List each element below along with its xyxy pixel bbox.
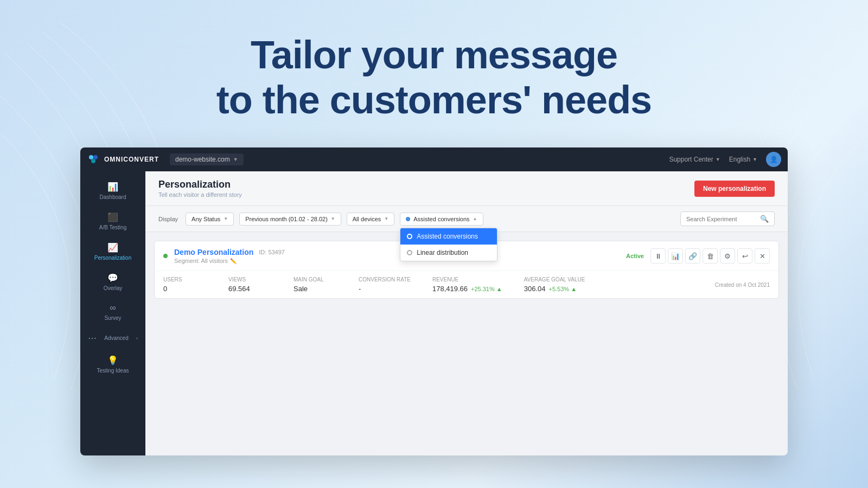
- stat-main-goal: Main Goal Sale: [293, 277, 337, 293]
- content-body: Demo Personalization ID: 53497 Segment: …: [145, 232, 788, 455]
- svg-point-0: [89, 155, 93, 159]
- date-filter[interactable]: Previous month (01.02 - 28.02) ▼: [239, 213, 341, 226]
- lang-chevron-icon: ▼: [752, 157, 757, 162]
- experiment-id: ID: 53497: [259, 249, 285, 255]
- linear-dot-icon: [407, 250, 412, 255]
- logo: OMNICONVERT: [87, 153, 159, 166]
- stat-revenue: Revenue 178,419.66 +25.31% ▲: [432, 277, 502, 293]
- conversion-filter[interactable]: Assisted conversions ▲: [400, 213, 483, 226]
- sidebar-item-testing-ideas[interactable]: 💡 Testing Ideas: [84, 350, 142, 379]
- status-dot-icon: [163, 254, 168, 258]
- sidebar-item-survey[interactable]: ∞ Survey: [84, 298, 142, 326]
- survey-icon: ∞: [110, 303, 116, 313]
- chart-button[interactable]: 📊: [668, 248, 683, 264]
- delete-button[interactable]: ✕: [755, 248, 770, 264]
- sidebar-item-dashboard[interactable]: 📊 Dashboard: [84, 176, 142, 206]
- advanced-chevron-icon: ›: [136, 336, 138, 341]
- search-experiment[interactable]: 🔍: [680, 211, 775, 226]
- page-subtitle: Tell each visitor a different story: [158, 191, 242, 198]
- stat-conversion-rate: Conversion Rate -: [359, 277, 411, 293]
- revenue-arrow-icon: ▲: [496, 286, 502, 292]
- edit-segment-icon[interactable]: ✏️: [230, 258, 237, 264]
- conversion-chevron-icon: ▲: [473, 216, 477, 221]
- top-navigation: OMNICONVERT demo-website.com ▼ Support C…: [80, 147, 788, 171]
- language-selector[interactable]: English ▼: [729, 156, 757, 163]
- site-selector[interactable]: demo-website.com ▼: [170, 153, 244, 165]
- page-title: Personalization: [158, 179, 242, 190]
- avg-goal-arrow-icon: ▲: [571, 286, 577, 292]
- sidebar-item-advanced[interactable]: ⋯ Advanced ›: [84, 328, 142, 349]
- user-initial: 👤: [770, 156, 778, 163]
- app-window: OMNICONVERT demo-website.com ▼ Support C…: [80, 147, 788, 455]
- status-chevron-icon: ▼: [224, 216, 228, 221]
- svg-point-1: [93, 155, 98, 159]
- pause-button[interactable]: ⏸: [650, 248, 666, 264]
- main-layout: 📊 Dashboard ⬛ A/B Testing 📈 Personalizat…: [80, 171, 788, 455]
- ab-testing-icon: ⬛: [107, 212, 118, 222]
- conversion-dropdown-menu: Assisted conversions Linear distribution: [400, 228, 497, 261]
- sidebar-item-personalization[interactable]: 📈 Personalization: [84, 237, 142, 266]
- search-icon: 🔍: [760, 215, 769, 223]
- dropdown-item-assisted[interactable]: Assisted conversions: [400, 228, 497, 245]
- created-date: Created on 4 Oct 2021: [715, 282, 770, 288]
- dashboard-icon: 📊: [107, 182, 118, 192]
- personalization-icon: 📈: [107, 242, 118, 253]
- avg-goal-delta: +5.53% ▲: [548, 286, 577, 292]
- stat-views: Views 69.564: [228, 277, 272, 293]
- experiment-name-block: Demo Personalization ID: 53497 Segment: …: [174, 248, 620, 264]
- conversion-dot-icon: [406, 217, 410, 221]
- content-area: Personalization Tell each visitor a diff…: [145, 171, 788, 455]
- trash-button[interactable]: 🗑: [703, 248, 718, 264]
- device-filter[interactable]: All devices ▼: [347, 213, 395, 226]
- stats-row: Users 0 Views 69.564 Main Goal Sale Co: [155, 271, 778, 298]
- refresh-button[interactable]: ↩: [737, 248, 752, 264]
- site-chevron-icon: ▼: [233, 157, 238, 162]
- assisted-dot-icon: [407, 234, 412, 239]
- logo-icon: [87, 153, 100, 166]
- hero-title: Tailor your message to the customers' ne…: [0, 33, 868, 123]
- support-chevron-icon: ▼: [716, 157, 720, 162]
- filters-bar: Display Any Status ▼ Previous month (01.…: [145, 206, 788, 232]
- overlay-icon: 💬: [107, 273, 118, 283]
- display-label: Display: [158, 216, 178, 222]
- search-input[interactable]: [686, 216, 757, 222]
- conversion-filter-wrapper: Assisted conversions ▲ Assisted conversi…: [400, 213, 483, 226]
- page-title-block: Personalization Tell each visitor a diff…: [158, 179, 242, 198]
- date-chevron-icon: ▼: [331, 216, 335, 221]
- status-badge: Active: [626, 253, 644, 259]
- hero-section: Tailor your message to the customers' ne…: [0, 33, 868, 123]
- device-chevron-icon: ▼: [384, 216, 388, 221]
- stat-users: Users 0: [163, 277, 207, 293]
- testing-ideas-icon: 💡: [107, 355, 118, 365]
- revenue-delta: +25.31% ▲: [471, 286, 502, 292]
- dropdown-item-linear[interactable]: Linear distribution: [400, 245, 497, 261]
- topnav-right: Support Center ▼ English ▼ 👤: [669, 152, 781, 167]
- user-avatar[interactable]: 👤: [766, 152, 781, 167]
- page-header: Personalization Tell each visitor a diff…: [145, 171, 788, 206]
- settings-button[interactable]: ⚙: [720, 248, 735, 264]
- sidebar-item-ab-testing[interactable]: ⬛ A/B Testing: [84, 207, 142, 236]
- link-button[interactable]: 🔗: [685, 248, 700, 264]
- advanced-icon: ⋯: [88, 333, 97, 343]
- sidebar: 📊 Dashboard ⬛ A/B Testing 📈 Personalizat…: [80, 171, 145, 455]
- sidebar-item-overlay[interactable]: 💬 Overlay: [84, 267, 142, 297]
- experiment-segment: Segment: All visitors ✏️: [174, 258, 285, 264]
- stat-avg-goal: Average Goal Value 306.04 +5.53% ▲: [524, 277, 585, 293]
- experiment-title[interactable]: Demo Personalization: [174, 248, 253, 256]
- status-filter[interactable]: Any Status ▼: [186, 213, 234, 226]
- action-icons-group: ⏸ 📊 🔗 🗑 ⚙ ↩ ✕: [650, 248, 770, 264]
- support-center-button[interactable]: Support Center ▼: [669, 156, 720, 163]
- svg-point-2: [91, 159, 95, 163]
- new-personalization-button[interactable]: New personalization: [694, 181, 775, 197]
